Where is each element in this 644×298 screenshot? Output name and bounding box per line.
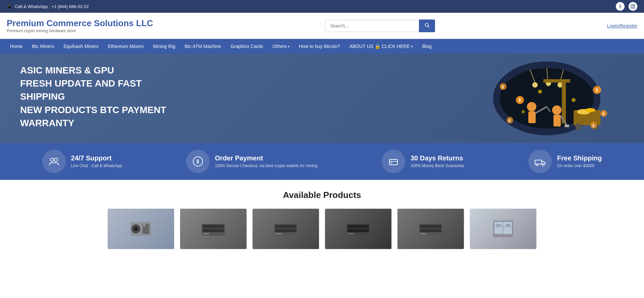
features-bar: 24/7 Support Live Chat - Call & WhatsApp…	[0, 143, 644, 180]
hero-line1: ASIC MINERS & GPU	[20, 65, 114, 76]
hero-text: ASIC MINERS & GPU FRESH UPDATE AND FAST …	[20, 64, 188, 133]
products-section: Available Products	[0, 180, 644, 259]
feature-returns-sub: 100% Money Back Guarantee	[411, 163, 464, 168]
svg-rect-72	[420, 233, 427, 235]
svg-point-10	[532, 82, 538, 88]
svg-text:₿: ₿	[596, 88, 598, 93]
feature-returns-title: 30 Days Returns	[411, 154, 464, 162]
hero-line2: FRESH UPDATE AND FAST SHIPPING	[20, 78, 142, 102]
hero-image: ₿ ₿ ₿ ₿ ₿ ₿	[476, 60, 617, 137]
svg-point-1	[632, 5, 634, 7]
svg-rect-71	[420, 229, 441, 232]
nav-item-ethereum-miners[interactable]: Ethereum Miners	[103, 39, 149, 54]
svg-point-43	[50, 158, 54, 161]
product-card-6[interactable]: GPS 358	[470, 208, 537, 249]
nav-item-equihash-miners[interactable]: Equihash Miners	[59, 39, 103, 54]
feature-payment-title: Order Payment	[215, 154, 318, 162]
svg-point-40	[538, 90, 542, 94]
top-bar: 📱 Call & WhatsApp : +1 (844) 686-02-52 f	[0, 0, 644, 13]
svg-rect-49	[535, 160, 542, 164]
svg-point-16	[575, 123, 582, 130]
nav-item-home[interactable]: Home	[5, 39, 27, 54]
product-card-4[interactable]	[325, 208, 392, 249]
feature-support-sub: Live Chat - Call & WhatsApp	[71, 163, 122, 168]
svg-rect-14	[543, 79, 570, 83]
feature-support-text: 24/7 Support Live Chat - Call & WhatsApp	[71, 154, 122, 168]
product-image-6: GPS 358	[470, 209, 536, 249]
payment-icon: ₿	[186, 150, 210, 173]
feature-payment: ₿ Order Payment 100% Secure Checkout, vi…	[186, 150, 318, 173]
svg-text:₿: ₿	[602, 112, 604, 116]
main-nav: Home Btc Miners Equihash Miners Ethereum…	[0, 39, 644, 54]
product-image-5	[397, 209, 464, 249]
svg-point-2	[634, 5, 634, 6]
svg-rect-62	[275, 225, 297, 228]
svg-text:₿: ₿	[592, 124, 594, 128]
svg-rect-58	[203, 225, 224, 228]
search-area	[325, 19, 435, 32]
hero-banner: ASIC MINERS & GPU FRESH UPDATE AND FAST …	[0, 54, 644, 143]
nav-item-how-to-buy[interactable]: How to buy bitcoin?	[294, 39, 344, 54]
svg-point-24	[552, 105, 561, 115]
search-input[interactable]	[325, 20, 419, 32]
svg-rect-64	[275, 233, 282, 235]
hero-line3: NEW PRODUCTS BTC PAYMENT WARRANTY	[20, 105, 166, 128]
logo-area: Premium Commerce Solutions LLC Premium c…	[7, 18, 153, 33]
login-register-link[interactable]: Login/Register	[607, 23, 637, 29]
nav-item-others[interactable]: Others ▾	[268, 39, 294, 54]
svg-rect-63	[275, 229, 297, 232]
phone-icon: 📱	[7, 4, 12, 9]
svg-point-3	[425, 23, 428, 26]
svg-point-44	[54, 158, 58, 161]
nav-item-btc-miners[interactable]: Btc Miners	[27, 39, 59, 54]
svg-text:GPS: GPS	[496, 224, 501, 227]
logo-subtitle: Premium crypto mining hardware store	[7, 29, 153, 33]
svg-rect-25	[553, 115, 561, 127]
svg-point-41	[572, 98, 576, 102]
others-dropdown-arrow: ▾	[288, 45, 289, 48]
svg-rect-67	[347, 229, 369, 232]
svg-rect-59	[203, 229, 224, 232]
product-card-1[interactable]	[107, 208, 174, 249]
search-button[interactable]	[419, 19, 435, 32]
nav-item-graphics-cards[interactable]: Graphics Cards	[226, 39, 268, 54]
product-card-5[interactable]	[397, 208, 464, 249]
svg-rect-56	[143, 225, 145, 226]
product-card-3[interactable]	[252, 208, 319, 249]
top-bar-contact: 📱 Call & WhatsApp : +1 (844) 686-02-52	[7, 4, 89, 9]
shipping-icon	[528, 150, 552, 173]
svg-rect-70	[420, 225, 441, 228]
top-bar-social: f	[616, 2, 637, 11]
nav-item-blog[interactable]: Blog	[418, 39, 436, 54]
svg-text:₿: ₿	[519, 98, 521, 103]
logo-title[interactable]: Premium Commerce Solutions LLC	[7, 18, 153, 29]
svg-line-4	[428, 26, 429, 28]
svg-point-54	[133, 227, 138, 231]
header: Premium Commerce Solutions LLC Premium c…	[0, 13, 644, 39]
svg-text:358: 358	[506, 224, 511, 227]
product-image-2	[180, 209, 247, 249]
feature-payment-sub: 100% Secure Checkout, via best crypto wa…	[215, 163, 318, 168]
facebook-icon[interactable]: f	[616, 2, 625, 11]
svg-rect-13	[562, 80, 566, 123]
nav-item-btc-atm[interactable]: Btc ATM Machine	[180, 39, 226, 54]
svg-rect-66	[347, 225, 369, 228]
feature-payment-text: Order Payment 100% Secure Checkout, via …	[215, 154, 318, 168]
instagram-icon[interactable]	[629, 2, 637, 11]
svg-text:₿: ₿	[197, 159, 199, 164]
support-icon	[42, 150, 66, 173]
product-image-4	[325, 209, 391, 249]
svg-rect-21	[528, 111, 536, 123]
nav-item-mining-rig[interactable]: Mining Rig	[148, 39, 180, 54]
feature-returns-text: 30 Days Returns 100% Money Back Guarante…	[411, 154, 464, 168]
svg-rect-0	[631, 4, 635, 8]
products-section-title: Available Products	[7, 190, 637, 200]
svg-text:₿: ₿	[502, 85, 504, 89]
returns-icon	[382, 150, 405, 173]
svg-rect-47	[389, 159, 397, 165]
feature-support: 24/7 Support Live Chat - Call & WhatsApp	[42, 150, 122, 173]
nav-item-about-us[interactable]: ABOUT US 🔒 CLICK HERE ▾	[345, 39, 418, 54]
svg-rect-27	[565, 125, 569, 127]
products-grid: GPS 358	[7, 208, 637, 249]
product-card-2[interactable]	[180, 208, 247, 249]
